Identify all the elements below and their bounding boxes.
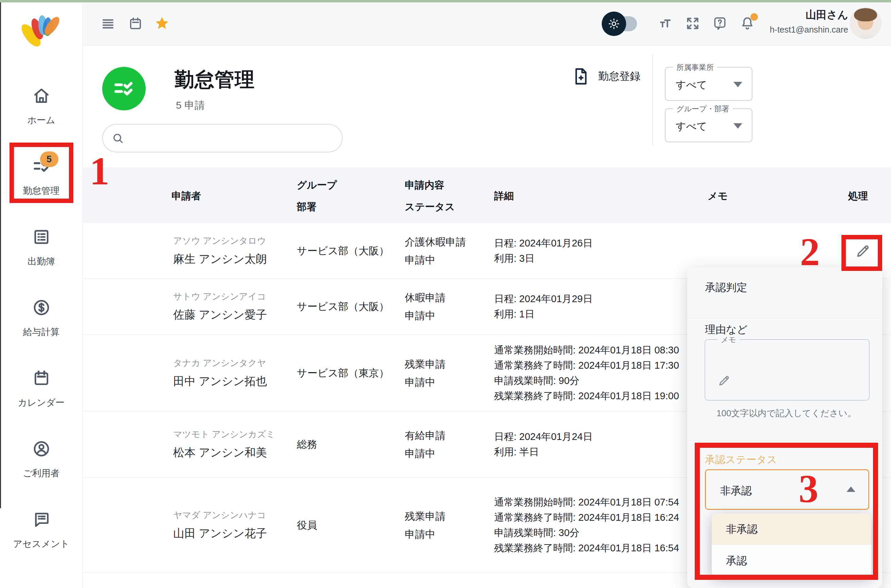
detail-line: 日程: 2024年01月26日 [494,236,592,251]
sidebar-item-payroll[interactable]: 給与計算 [0,298,82,346]
theme-toggle[interactable] [602,14,638,34]
search-box [102,124,343,152]
assessment-icon [32,510,51,529]
chevron-down-icon [734,82,742,87]
filter-group-select[interactable]: グループ・部署 すべて [665,108,753,142]
detail-line: 申請残業時間: 30分 [494,525,679,540]
group-cell: サービス部（東京） [297,366,389,380]
nav-label: カレンダー [18,396,65,409]
filter-group-label: グループ・部署 [673,104,733,114]
applicant-name: 麻生 アンシン太朗 [173,252,267,267]
status-cell: 残業申請 申請中 [405,355,446,391]
search-input[interactable] [130,132,333,144]
popup-divider [687,440,882,441]
request-type: 残業申請 [405,355,446,373]
edit-button[interactable] [854,242,873,260]
request-status: 申請中 [405,525,446,543]
memo-input[interactable] [705,340,869,400]
approval-status-label: 承認ステータス [705,453,777,467]
page-title: 勤怠管理 [174,66,255,93]
status-cell: 有給申請 申請中 [405,426,446,462]
register-label: 勤怠登録 [598,69,640,84]
group-cell: 役員 [297,518,317,532]
sidebar-item-assessment[interactable]: アセスメント [0,510,82,558]
chevron-down-icon [734,123,742,129]
sun-icon [602,12,626,36]
applicant-kana: マツモト アンシンカズミ [173,429,275,440]
popup-divider [687,318,882,318]
nav-label: アセスメント [13,538,70,550]
user-name: 山田さん [770,8,848,22]
header-action: 処理 [848,185,868,207]
sidebar-item-attendance[interactable]: 5 勤怠管理 [0,157,82,204]
details-cell: 通常業務開始時間: 2024年01月18日 08:30通常業務終了時間: 202… [494,342,679,404]
calendar-icon[interactable] [128,16,143,32]
header-content-line1: 申請内容 [405,174,455,196]
status-option[interactable]: 非承認 [712,513,871,545]
menu-icon[interactable] [100,16,116,31]
nav-badge: 5 [40,152,58,167]
memo-hint: 100文字以内で記入してください。 [717,407,856,419]
header-group-line1: グループ [297,174,337,196]
detail-line: 申請残業時間: 90分 [494,373,679,388]
sidebar-item-home[interactable]: ホーム [0,86,82,134]
details-cell: 日程: 2024年01月26日利用: 3日 [494,236,592,266]
header-details: 詳細 [494,185,514,207]
applicant-kana: ヤマダ アンシンハナコ [173,509,267,521]
window-left-edge [0,2,1,508]
detail-line: 利用: 1日 [494,306,592,322]
request-count: 5 申請 [176,99,205,112]
request-type: 休暇申請 [405,289,446,306]
nav-label: 勤怠管理 [23,184,60,197]
fullscreen-icon[interactable] [685,16,700,31]
app-root: ホーム 5 勤怠管理 出勤簿 給与計算 カレンダー ご利用者 アセスメント [0,0,891,588]
applicant-kana: タナカ アンシンタクヤ [173,357,267,369]
approval-status-select[interactable]: 非承認 [705,469,869,510]
details-cell: 通常業務開始時間: 2024年01月18日 07:54通常業務終了時間: 202… [494,495,679,556]
applicant-cell: タナカ アンシンタクヤ 田中 アンシン拓也 [173,357,267,389]
sidebar-item-timesheet[interactable]: 出勤簿 [0,228,82,275]
home-icon [32,86,51,105]
table-header: 申請者 グループ 部署 申請内容 ステータス 詳細 メモ 処理 [83,167,891,223]
request-type: 介護休暇申請 [405,233,466,251]
nav-label: ご利用者 [23,467,60,479]
applicant-name: 山田 アンシン花子 [173,526,267,541]
details-cell: 日程: 2024年01月29日利用: 1日 [494,291,592,322]
help-icon[interactable] [712,16,728,31]
user-icon [32,439,51,458]
header-content-status: 申請内容 ステータス [405,174,455,218]
notifications-bell-icon[interactable] [740,15,755,32]
nav-label: 給与計算 [23,326,60,338]
detail-line: 通常業務開始時間: 2024年01月18日 07:54 [494,495,679,510]
sidebar-item-users[interactable]: ご利用者 [0,439,82,487]
status-option[interactable]: 承認 [712,545,871,576]
filter-group-value: すべて [676,120,707,134]
text-size-icon[interactable] [657,16,673,31]
approval-status-value: 非承認 [720,484,752,498]
chevron-up-icon [846,486,855,492]
window-top-strip [0,0,891,2]
favorite-star-icon[interactable] [153,15,171,32]
header-applicant: 申請者 [171,185,201,207]
register-attendance-button[interactable]: 勤怠登録 [573,67,640,86]
group-cell: サービス部（大阪） [297,300,389,314]
request-status: 申請中 [405,373,446,391]
request-type: 残業申請 [405,507,446,525]
detail-line: 利用: 半日 [494,444,592,460]
user-avatar[interactable] [850,7,882,39]
notification-dot [750,13,758,21]
sidebar-item-calendar[interactable]: カレンダー [0,369,82,416]
header-group: グループ 部署 [297,174,337,218]
action-cell [854,242,873,260]
calendar-icon [32,369,51,388]
user-info[interactable]: 山田さん h-test1@anshin.care [770,8,848,34]
applicant-kana: サトウ アンシンアイコ [173,291,267,303]
detail-line: 残業業務終了時間: 2024年01月18日 19:00 [494,388,679,404]
filter-office-select[interactable]: 所属事業所 すべて [665,67,753,101]
detail-line: 通常業務終了時間: 2024年01月18日 17:30 [494,358,679,373]
applicant-name: 田中 アンシン拓也 [173,374,267,389]
detail-line: 通常業務終了時間: 2024年01月18日 16:24 [494,510,679,525]
detail-line: 通常業務開始時間: 2024年01月18日 08:30 [494,342,679,358]
detail-line: 日程: 2024年01月24日 [494,429,592,444]
search-icon [112,132,124,144]
